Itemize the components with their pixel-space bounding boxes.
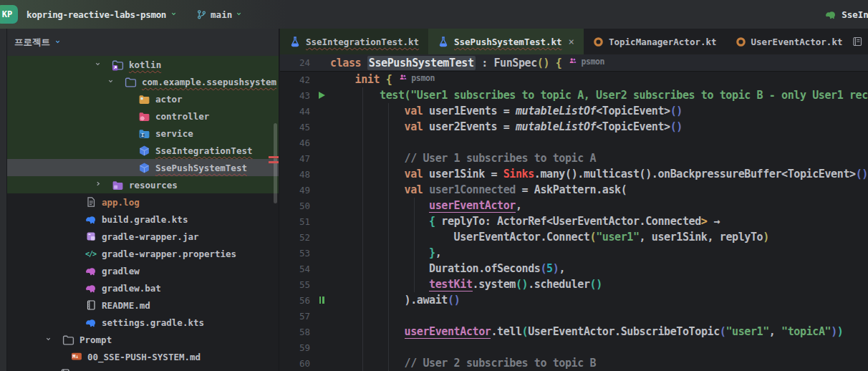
run-test-icon[interactable] bbox=[313, 92, 330, 99]
author-hint-label: psmon bbox=[581, 57, 604, 67]
tree-item-label: com.example.ssepushsystem bbox=[142, 77, 276, 87]
tree-item-label: actor bbox=[155, 94, 183, 105]
tree-item-gradlew-bat[interactable]: gradlew.bat bbox=[7, 279, 279, 297]
folder-blue-icon bbox=[125, 76, 137, 88]
line-number: 57 bbox=[280, 311, 313, 322]
chevron-down-icon[interactable] bbox=[45, 331, 62, 348]
tree-item-resources[interactable]: resources bbox=[7, 176, 279, 193]
gradle-blue-icon bbox=[85, 317, 97, 329]
chevron-right-icon[interactable] bbox=[95, 176, 112, 193]
code-line: 44 val user1Events = mutableListOf<Topic… bbox=[280, 103, 868, 119]
tree-item-label: gradle-wrapper.jar bbox=[102, 231, 198, 242]
tree-item-controller[interactable]: controller bbox=[7, 107, 279, 125]
close-icon[interactable]: × bbox=[569, 37, 574, 47]
persons-icon bbox=[399, 74, 408, 82]
tree-item-app-log[interactable]: app.log bbox=[7, 193, 279, 211]
line-number: 50 bbox=[280, 201, 313, 211]
code-text: val user2Events = mutableListOf<TopicEve… bbox=[330, 120, 683, 133]
tree-item-settings-gradle-kts[interactable]: settings.gradle.kts bbox=[7, 314, 279, 331]
kotlin-object-icon bbox=[593, 37, 604, 47]
book-icon bbox=[59, 368, 71, 371]
kotlin-class-icon bbox=[138, 162, 150, 174]
tree-item-label: controller bbox=[155, 111, 209, 122]
tree-item-00-sse-push-system-md[interactable]: M↓00_SSE-PUSH-SYSTEM.md bbox=[7, 348, 279, 365]
file-log-icon bbox=[85, 196, 97, 208]
tab-label: UserEventActor.kt bbox=[751, 37, 843, 47]
toolwindow-stripe[interactable] bbox=[0, 29, 7, 371]
code-text: // User 1 subscribes to topic A bbox=[330, 152, 596, 165]
scrollbar[interactable] bbox=[274, 123, 277, 203]
code-author-hint[interactable]: psmon bbox=[569, 57, 604, 67]
code-text: val user1Sink = Sinks.many().multicast()… bbox=[330, 168, 868, 180]
code-line: 55 testKit.system().scheduler() bbox=[280, 276, 868, 292]
line-number: 53 bbox=[280, 248, 313, 259]
editor-tab-topicmanageractor-kt[interactable]: TopicManagerActor.kt bbox=[584, 29, 726, 54]
tree-item-sseintegrationtest[interactable]: SseIntegrationTest bbox=[7, 142, 279, 159]
line-number: 54 bbox=[280, 264, 313, 274]
line-number: 52 bbox=[280, 232, 313, 243]
line-number: 42 bbox=[280, 74, 313, 85]
editor-tab-usereventactor-kt[interactable]: UserEventActor.kt bbox=[726, 29, 852, 54]
code-line: 47 // User 1 subscribes to topic A bbox=[280, 150, 868, 166]
kotlin-class-icon bbox=[138, 145, 150, 157]
tab-label: SseIntegrationTest.kt bbox=[306, 37, 419, 47]
tree-item-ssepushsystemtest[interactable]: SsePushSystemTest bbox=[7, 159, 279, 176]
project-selector[interactable]: kopring-reactive-labs-psmon bbox=[26, 9, 179, 20]
tree-item-service[interactable]: Σservice bbox=[7, 125, 279, 142]
tree-item-readme-md[interactable]: README.md bbox=[7, 297, 279, 314]
tree-item-kotlin[interactable]: kotlin bbox=[7, 56, 279, 73]
project-panel: 프로젝트 kotlincom.example.ssepushsystemacto… bbox=[7, 29, 279, 371]
project-name: kopring-reactive-labs-psmon bbox=[26, 9, 166, 20]
project-panel-header[interactable]: 프로젝트 bbox=[7, 29, 279, 56]
code-text: UserEventActor.Connect("user1", user1Sin… bbox=[330, 231, 769, 244]
tree-item-gradle-wrapper-jar[interactable]: gradle-wrapper.jar bbox=[7, 228, 279, 245]
chevron-down-icon[interactable] bbox=[95, 56, 112, 73]
code-author-hint[interactable]: psmon bbox=[399, 73, 435, 83]
code-text: val user1Connected = AskPattern.ask( bbox=[330, 183, 627, 196]
tree-item-gradlew[interactable]: gradlew bbox=[7, 262, 279, 279]
main-area: 프로젝트 kotlincom.example.ssepushsystemacto… bbox=[0, 29, 868, 371]
line-number: 59 bbox=[280, 342, 313, 353]
folder-amber-icon bbox=[138, 93, 150, 105]
code-text: userEventActor.tell(UserEventActor.Subsc… bbox=[330, 325, 843, 338]
code-text: // User 2 subscribes to topic B bbox=[330, 357, 596, 370]
folder-gray-icon bbox=[62, 334, 74, 346]
editor-tab-bar: SseIntegrationTest.ktSsePushSystemTest.k… bbox=[280, 29, 868, 54]
code-line: 43 test("User1 subscribes to topic A, Us… bbox=[280, 87, 868, 103]
editor-tab-ssepushsystemtest-kt[interactable]: SsePushSystemTest.kt× bbox=[428, 29, 584, 54]
code-line: 46 bbox=[280, 135, 868, 150]
tree-item-prompt[interactable]: Prompt bbox=[7, 331, 279, 348]
code-line: 58 userEventActor.tell(UserEventActor.Su… bbox=[280, 324, 868, 339]
notebook-icon[interactable] bbox=[852, 29, 868, 54]
tree-item[interactable] bbox=[7, 365, 279, 371]
run-configuration-label: SseIntegrat bbox=[842, 9, 868, 20]
tree-item-com-example-ssepushsystem[interactable]: com.example.ssepushsystem bbox=[7, 73, 279, 90]
tree-item-label: build.gradle.kts bbox=[102, 214, 188, 225]
code-text: Duration.ofSeconds(5), bbox=[330, 262, 565, 275]
line-number: 24 bbox=[280, 57, 313, 68]
git-branch-widget[interactable]: main bbox=[196, 9, 244, 20]
code-line: 48 val user1Sink = Sinks.many().multicas… bbox=[280, 166, 868, 182]
line-number: 45 bbox=[280, 122, 313, 132]
code-line: 60 // User 2 subscribes to topic B bbox=[280, 355, 868, 371]
line-number: 49 bbox=[280, 185, 313, 196]
error-stripe-mark bbox=[269, 161, 279, 163]
tab-label: SsePushSystemTest.kt bbox=[454, 37, 562, 47]
code-line: 49 val user1Connected = AskPattern.ask( bbox=[280, 182, 868, 198]
tree-item-build-gradle-kts[interactable]: build.gradle.kts bbox=[7, 211, 279, 228]
code-text: class SsePushSystemTest : FunSpec() {psm… bbox=[330, 57, 604, 69]
tree-item-gradle-wrapper-properties[interactable]: </>gradle-wrapper.properties bbox=[7, 245, 279, 262]
tree-item-label: gradlew bbox=[102, 266, 140, 276]
run-configuration[interactable]: SseIntegrat bbox=[825, 0, 868, 29]
editor-tab-sseintegrationtest-kt[interactable]: SseIntegrationTest.kt bbox=[280, 29, 428, 54]
app-logo[interactable]: KP bbox=[0, 5, 18, 24]
props-icon: </> bbox=[85, 248, 97, 260]
kotlin-test-icon bbox=[289, 36, 301, 47]
tree-item-actor[interactable]: actor bbox=[7, 90, 279, 107]
chevron-down-icon[interactable] bbox=[107, 73, 125, 90]
line-number: 56 bbox=[280, 295, 313, 306]
editor-body[interactable]: 24class SsePushSystemTest : FunSpec() {p… bbox=[280, 54, 868, 371]
tab-label: TopicManagerActor.kt bbox=[609, 37, 717, 47]
chevron-down-icon bbox=[170, 10, 179, 19]
kotlin-object-icon bbox=[736, 37, 746, 47]
